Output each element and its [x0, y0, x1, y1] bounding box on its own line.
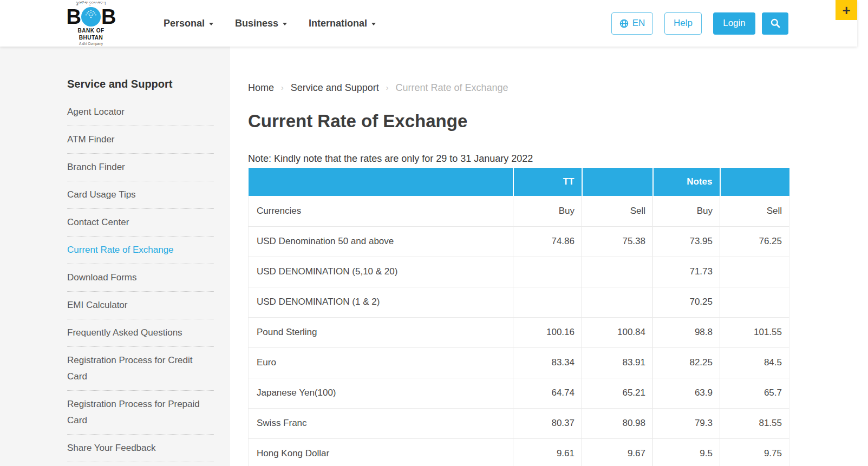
nav-item-business[interactable]: Business — [235, 18, 287, 29]
tt-buy-cell: 9.61 — [513, 438, 582, 466]
tt-buy-cell — [513, 257, 582, 287]
bank-tagline: A dhi Company — [67, 41, 115, 46]
caret-down-icon — [283, 23, 287, 25]
tt-buy-cell — [513, 287, 582, 317]
sidebar-item-current-rate-of-exchange[interactable]: Current Rate of Exchange — [67, 237, 214, 264]
currency-cell: Japanese Yen(100) — [249, 378, 513, 408]
sidebar-item-agent-locator[interactable]: Agent Locator — [67, 99, 214, 126]
sidebar-title: Service and Support — [67, 77, 214, 91]
rate-row: Japanese Yen(100)64.7465.2163.965.7 — [249, 378, 789, 408]
tt-sell-cell — [582, 257, 653, 287]
notes-sell-cell: 76.25 — [720, 226, 789, 257]
logo-wordmark: B B — [67, 6, 115, 27]
sub-header-tt-buy: Buy — [513, 196, 582, 226]
currency-cell: Pound Sterling — [249, 317, 513, 347]
sidebar-item-registration-process-for-credit-card[interactable]: Registration Process for Credit Card — [67, 347, 214, 391]
breadcrumb-home[interactable]: Home — [248, 81, 274, 95]
group-header-empty — [249, 168, 513, 196]
rate-row: USD DENOMINATION (5,10 & 20)71.73 — [249, 257, 789, 287]
table-sub-header-row: Currencies Buy Sell Buy Sell — [249, 196, 789, 226]
rate-row: USD DENOMINATION (1 & 2)70.25 — [249, 287, 789, 317]
notes-buy-cell: 82.25 — [653, 347, 720, 378]
sidebar-item-download-forms[interactable]: Download Forms — [67, 264, 214, 292]
notes-sell-cell — [720, 287, 789, 317]
magnifier-icon — [770, 18, 781, 29]
tt-buy-cell: 74.86 — [513, 226, 582, 257]
language-button[interactable]: EN — [611, 12, 653, 35]
sub-header-notes-buy: Buy — [653, 196, 720, 226]
breadcrumb: Home › Service and Support › Current Rat… — [248, 81, 868, 95]
sidebar: Service and Support Agent LocatorATM Fin… — [0, 47, 230, 466]
group-header-empty — [582, 168, 653, 196]
chevron-right-icon: › — [281, 81, 284, 95]
tt-sell-cell: 65.21 — [582, 378, 653, 408]
notes-sell-cell: 84.5 — [720, 347, 789, 378]
notes-buy-cell: 98.8 — [653, 317, 720, 347]
tt-sell-cell: 100.84 — [582, 317, 653, 347]
tt-buy-cell: 100.16 — [513, 317, 582, 347]
help-button[interactable]: Help — [664, 12, 702, 35]
notes-buy-cell: 70.25 — [653, 287, 720, 317]
tt-sell-cell: 83.91 — [582, 347, 653, 378]
header-actions: EN Help Login — [611, 12, 788, 35]
sidebar-item-branch-finder[interactable]: Branch Finder — [67, 154, 214, 181]
site-header: འབྲུག་གི་དངུལ་ཁང་། B B — [0, 0, 857, 47]
sidebar-item-card-usage-tips[interactable]: Card Usage Tips — [67, 181, 214, 209]
currency-cell: Euro — [249, 347, 513, 378]
search-button[interactable] — [762, 12, 788, 35]
sidebar-item-atm-finder[interactable]: ATM Finder — [67, 126, 214, 154]
main-nav: Personal Business International — [164, 18, 376, 29]
bank-logo[interactable]: འབྲུག་གི་དངུལ་ཁང་། B B — [67, 1, 115, 46]
table-group-header-row: TT Notes — [249, 168, 789, 196]
rate-row: Euro83.3483.9182.2584.5 — [249, 347, 789, 378]
tt-buy-cell: 64.74 — [513, 378, 582, 408]
sub-header-tt-sell: Sell — [582, 196, 653, 226]
caret-down-icon — [371, 23, 376, 25]
tt-sell-cell: 80.98 — [582, 408, 653, 438]
accessibility-plus-button[interactable]: + — [836, 0, 857, 20]
sidebar-item-frequently-asked-questions[interactable]: Frequently Asked Questions — [67, 319, 214, 347]
content-layout: Service and Support Agent LocatorATM Fin… — [0, 47, 868, 466]
notes-buy-cell: 9.5 — [653, 438, 720, 466]
currency-cell: USD DENOMINATION (5,10 & 20) — [249, 257, 513, 287]
rate-row: Swiss Franc80.3780.9879.381.55 — [249, 408, 789, 438]
notes-sell-cell: 101.55 — [720, 317, 789, 347]
currency-cell: USD DENOMINATION (1 & 2) — [249, 287, 513, 317]
sidebar-menu: Agent LocatorATM FinderBranch FinderCard… — [67, 99, 214, 462]
sidebar-item-contact-center[interactable]: Contact Center — [67, 209, 214, 237]
tt-buy-cell: 80.37 — [513, 408, 582, 438]
sub-header-notes-sell: Sell — [720, 196, 789, 226]
sidebar-item-registration-process-for-prepaid-card[interactable]: Registration Process for Prepaid Card — [67, 391, 214, 435]
nav-item-international[interactable]: International — [309, 18, 376, 29]
sidebar-item-emi-calculator[interactable]: EMI Calculator — [67, 292, 214, 319]
currency-cell: Swiss Franc — [249, 408, 513, 438]
globe-icon — [619, 19, 629, 28]
group-header-notes: Notes — [653, 168, 720, 196]
tt-buy-cell: 83.34 — [513, 347, 582, 378]
nav-item-personal[interactable]: Personal — [164, 18, 213, 29]
chevron-right-icon: › — [386, 81, 389, 95]
bank-name-text: BANK OF BHUTAN — [67, 27, 115, 41]
tt-sell-cell: 75.38 — [582, 226, 653, 257]
notes-sell-cell: 65.7 — [720, 378, 789, 408]
notes-sell-cell: 81.55 — [720, 408, 789, 438]
page-title: Current Rate of Exchange — [248, 109, 868, 133]
sub-header-currencies: Currencies — [249, 196, 513, 226]
group-header-tt: TT — [513, 168, 582, 196]
tt-sell-cell: 9.67 — [582, 438, 653, 466]
caret-down-icon — [209, 23, 213, 25]
notes-buy-cell: 71.73 — [653, 257, 720, 287]
notes-sell-cell: 9.75 — [720, 438, 789, 466]
exchange-rates-table: TT Notes Currencies Buy Sell Buy Sell US… — [248, 168, 789, 466]
rates-note: Note: Kindly note that the rates are onl… — [248, 152, 868, 165]
breadcrumb-current-page: Current Rate of Exchange — [395, 81, 508, 95]
sidebar-item-share-your-feedback[interactable]: Share Your Feedback — [67, 435, 214, 462]
tt-sell-cell — [582, 287, 653, 317]
rate-row: Pound Sterling100.16100.8498.8101.55 — [249, 317, 789, 347]
breadcrumb-service-and-support[interactable]: Service and Support — [291, 81, 379, 95]
rates-table-body: USD Denomination 50 and above74.8675.387… — [249, 226, 789, 466]
rate-row: Hong Kong Dollar9.619.679.59.75 — [249, 438, 789, 466]
notes-buy-cell: 63.9 — [653, 378, 720, 408]
group-header-empty — [720, 168, 789, 196]
login-button[interactable]: Login — [713, 12, 755, 35]
